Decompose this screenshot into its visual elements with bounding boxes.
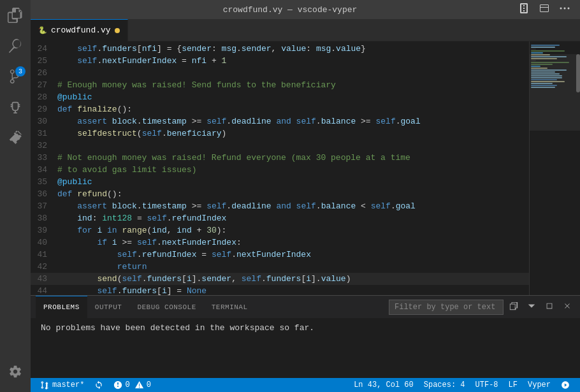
editor[interactable]: 24 self.funders[nfi] = {sender: msg.send… xyxy=(31,41,529,295)
maximize-panel-button[interactable] xyxy=(542,300,557,314)
close-panel-button[interactable] xyxy=(560,300,575,314)
minimap-scrollbar[interactable] xyxy=(576,54,580,92)
code-line-25: 25 self.nextFunderIndex = nfi + 1 xyxy=(31,55,529,67)
code-line-37: 37 assert block.timestamp >= self.deadli… xyxy=(31,200,529,212)
line-ending: LF xyxy=(509,381,518,389)
feedback-icon xyxy=(561,381,570,389)
debug-icon xyxy=(8,100,22,114)
problems-message: No problems have been detected in the wo… xyxy=(41,323,314,333)
settings-icon xyxy=(8,365,22,379)
more-actions-button[interactable] xyxy=(557,2,572,17)
code-line-27: 27 # Enough money was raised! Send funds… xyxy=(31,79,529,91)
panel-tabs: PROBLEMS OUTPUT DEBUG CONSOLE TERMINAL xyxy=(31,296,580,318)
split-editor-button[interactable] xyxy=(516,2,532,17)
panel-tab-debug-console[interactable]: DEBUG CONSOLE xyxy=(129,296,203,318)
copy-panel-button[interactable] xyxy=(506,300,521,314)
code-line-39: 39 for i in range(ind, ind + 30): xyxy=(31,224,529,236)
tab-modified-indicator xyxy=(115,28,120,33)
title-bar-actions xyxy=(516,2,572,17)
minimap-line xyxy=(531,48,536,50)
status-sync[interactable] xyxy=(89,378,108,392)
code-line-28: 28 @public xyxy=(31,91,529,103)
status-bar: master* 0 0 Ln 43, Col 60 Spaces: 4 UTF-… xyxy=(31,378,580,392)
activity-item-extensions[interactable] xyxy=(0,122,31,153)
code-line-26: 26 xyxy=(31,67,529,79)
tab-filetype-icon: 🐍 xyxy=(38,26,47,34)
indentation: Spaces: 4 xyxy=(424,381,465,389)
panel-filter xyxy=(389,300,575,315)
tab-bar: 🐍 crowdfund.vy xyxy=(31,19,580,41)
tab-crowdfund[interactable]: 🐍 crowdfund.vy xyxy=(31,19,128,41)
sync-icon xyxy=(94,381,103,389)
panel-tab-output[interactable]: OUTPUT xyxy=(87,296,130,318)
minimap-line xyxy=(531,45,560,46)
code-line-42: 42 return xyxy=(31,261,529,273)
status-line-ending[interactable]: LF xyxy=(504,378,523,392)
panel-tab-problems[interactable]: PROBLEMS xyxy=(36,296,87,318)
code-line-38: 38 ind: int128 = self.refundIndex xyxy=(31,212,529,224)
filter-input[interactable] xyxy=(389,300,504,315)
error-count: 0 xyxy=(125,381,129,389)
panel-content: No problems have been detected in the wo… xyxy=(31,318,580,378)
files-icon xyxy=(8,8,23,23)
code-line-29: 29 def finalize(): xyxy=(31,103,529,115)
svg-point-2 xyxy=(568,8,570,10)
main-area: crowdfund.vy — vscode-vyper 🐍 crowdfund.… xyxy=(31,0,580,392)
window-title: crowdfund.vy — vscode-vyper xyxy=(223,5,358,15)
code-line-36: 36 def refund(): xyxy=(31,188,529,200)
warning-count: 0 xyxy=(147,381,151,389)
branch-icon xyxy=(41,381,50,389)
code-line-44: 44 self.funders[i] = None xyxy=(31,285,529,295)
code-line-40: 40 if i >= self.nextFunderIndex: xyxy=(31,236,529,249)
toggle-panel-button[interactable] xyxy=(537,2,552,17)
svg-point-0 xyxy=(560,8,562,10)
code-line-30: 30 assert block.timestamp >= self.deadli… xyxy=(31,115,529,127)
minimap-line xyxy=(531,52,543,54)
status-branch[interactable]: master* xyxy=(36,378,89,392)
minimap-viewport xyxy=(530,54,580,131)
code-line-34: 34 # to avoid gas limit issues) xyxy=(31,164,529,176)
status-encoding[interactable]: UTF-8 xyxy=(470,378,504,392)
tab-label: crowdfund.vy xyxy=(51,25,111,35)
code-line-43: 43 send(self.funders[i].sender, self.fun… xyxy=(31,273,529,285)
code-line-32: 32 xyxy=(31,140,529,152)
editor-area: 24 self.funders[nfi] = {sender: msg.send… xyxy=(31,41,580,295)
code-line-24: 24 self.funders[nfi] = {sender: msg.send… xyxy=(31,43,529,55)
minimap-line xyxy=(531,50,565,52)
status-language[interactable]: Vyper xyxy=(523,378,556,392)
source-control-badge: 3 xyxy=(15,66,25,76)
activity-item-debug[interactable] xyxy=(0,92,31,122)
warning-icon xyxy=(135,381,144,389)
language-mode: Vyper xyxy=(528,381,551,389)
activity-item-explorer[interactable] xyxy=(0,0,31,31)
activity-item-search[interactable] xyxy=(0,31,31,61)
file-encoding: UTF-8 xyxy=(475,381,498,389)
minimap-line xyxy=(531,47,555,48)
search-icon xyxy=(8,39,22,53)
activity-bar: 3 xyxy=(0,0,31,392)
code-line-31: 31 selfdestruct(self.beneficiary) xyxy=(31,127,529,140)
status-errors[interactable]: 0 0 xyxy=(108,378,156,392)
minimap[interactable] xyxy=(529,41,580,295)
collapse-panel-button[interactable] xyxy=(524,300,539,314)
title-bar: crowdfund.vy — vscode-vyper xyxy=(31,0,580,19)
code-container: 24 self.funders[nfi] = {sender: msg.send… xyxy=(31,41,529,295)
status-feedback[interactable] xyxy=(556,378,575,392)
code-line-33: 33 # Not enough money was raised! Refund… xyxy=(31,152,529,164)
status-position[interactable]: Ln 43, Col 60 xyxy=(349,378,419,392)
panel-tab-terminal[interactable]: TERMINAL xyxy=(204,296,256,318)
bottom-panel: PROBLEMS OUTPUT DEBUG CONSOLE TERMINAL xyxy=(31,295,580,378)
extensions-icon xyxy=(8,131,22,145)
code-line-41: 41 self.refundIndex = self.nextFunderInd… xyxy=(31,249,529,261)
branch-name: master* xyxy=(52,381,84,389)
activity-item-settings[interactable] xyxy=(0,356,31,387)
activity-item-source-control[interactable]: 3 xyxy=(0,61,31,92)
status-spaces[interactable]: Spaces: 4 xyxy=(419,378,470,392)
cursor-position: Ln 43, Col 60 xyxy=(354,381,414,389)
error-icon xyxy=(113,381,122,389)
code-line-35: 35 @public xyxy=(31,176,529,188)
svg-point-1 xyxy=(564,8,566,10)
